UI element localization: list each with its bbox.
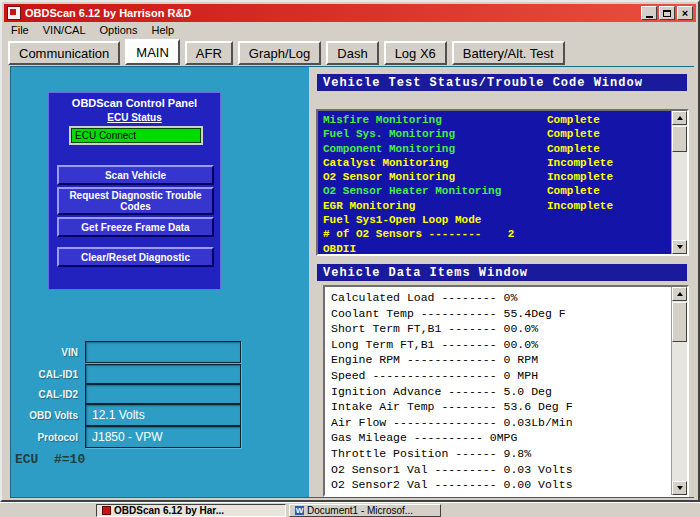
monitor-name: O2 Sensor Heater Monitoring [323, 185, 547, 197]
monitor-name: Fuel Sys1-Open Loop Mode [323, 214, 547, 226]
cal-id1-label: CAL-ID1 [11, 369, 85, 380]
test-status-listbox: Misfire MonitoringCompleteFuel Sys. Moni… [316, 109, 689, 256]
cal-id2-field[interactable] [85, 384, 241, 404]
scroll-up-button[interactable] [672, 111, 687, 125]
data-items-listbox: Calculated Load -------- 0%Coolant Temp … [323, 285, 689, 497]
arrow-up-icon [677, 292, 683, 296]
data-item-row[interactable]: Engine RPM ------------- 0 RPM [331, 353, 671, 369]
data-item-row[interactable]: Coolant Temp ----------- 55.4Deg F [331, 307, 671, 323]
scrollbar-thumb[interactable] [672, 302, 687, 342]
tab-afr[interactable]: AFR [185, 41, 233, 65]
data-items-window-title: Vehicle Data Items Window [317, 264, 687, 281]
tab-main[interactable]: MAIN [125, 39, 180, 65]
taskbar-button-label: Document1 - Microsof... [307, 505, 413, 516]
data-item-row[interactable]: Intake Air Temp -------- 53.6 Deg F [331, 400, 671, 416]
test-status-row[interactable]: # of O2 Sensors -------- 2 [323, 228, 671, 242]
test-status-row[interactable]: O2 Sensor Heater MonitoringComplete [323, 185, 671, 199]
scrollbar-thumb[interactable] [672, 126, 687, 152]
close-icon: × [682, 8, 688, 19]
test-status-scrollbar[interactable] [671, 111, 687, 254]
monitor-name: # of O2 Sensors -------- 2 [323, 228, 547, 240]
scroll-up-button[interactable] [672, 287, 687, 301]
tab-graph-log[interactable]: Graph/Log [238, 41, 321, 65]
test-status-row[interactable]: Catalyst MonitoringIncomplete [323, 157, 671, 171]
monitor-status: Incomplete [547, 157, 613, 169]
data-item-row[interactable]: Long Term FT,B1 -------- 00.0% [331, 338, 671, 354]
test-status-row[interactable]: Component MonitoringComplete [323, 143, 671, 157]
app-icon [7, 6, 21, 20]
title-bar: OBDScan 6.12 by Harrison R&D × [4, 4, 696, 22]
monitor-status: Complete [547, 128, 600, 140]
vin-field[interactable] [85, 341, 241, 363]
monitor-name: O2 Sensor Monitoring [323, 171, 547, 183]
menu-item-options[interactable]: Options [93, 24, 145, 36]
data-item-row[interactable]: O2 Sensor1 Val --------- 0.03 Volts [331, 463, 671, 479]
data-item-row[interactable]: Gas Mileage ---------- 0MPG [331, 431, 671, 447]
get-freeze-frame-data-button[interactable]: Get Freeze Frame Data [57, 217, 214, 237]
test-status-row[interactable]: Fuel Sys1-Open Loop Mode [323, 214, 671, 228]
maximize-button[interactable] [659, 6, 675, 20]
menu-item-file[interactable]: File [4, 24, 36, 36]
request-diagnostic-trouble-codes-button[interactable]: Request Diagnostic Trouble Codes [57, 187, 214, 215]
monitor-name: OBDII [323, 243, 547, 254]
test-status-window-title: Vehicle Test Status/Trouble Code Window [317, 74, 687, 91]
cal-id2-label: CAL-ID2 [11, 389, 85, 400]
test-status-row[interactable]: EGR MonitoringIncomplete [323, 200, 671, 214]
client-area: OBDScan Control Panel ECU Status ECU Con… [10, 66, 694, 498]
test-status-row[interactable]: Fuel Sys. MonitoringComplete [323, 128, 671, 142]
tab-log-x6[interactable]: Log X6 [384, 41, 447, 65]
monitor-name: Misfire Monitoring [323, 114, 547, 126]
data-item-row[interactable]: O2 Sensor2 Val --------- 0.00 Volts [331, 478, 671, 494]
clear-reset-diagnostic-button[interactable]: Clear/Reset Diagnostic [57, 247, 214, 267]
menu-item-help[interactable]: Help [144, 24, 181, 36]
obdscan-control-panel: OBDScan Control Panel ECU Status ECU Con… [48, 92, 221, 290]
scan-vehicle-button[interactable]: Scan Vehicle [57, 165, 214, 185]
monitor-status: Complete [547, 143, 600, 155]
taskbar: OBDScan 6.12 by Har...WDocument1 - Micro… [0, 502, 700, 517]
obdscan-icon [102, 506, 111, 515]
tab-communication[interactable]: Communication [8, 41, 120, 65]
obd-volts-field[interactable]: 12.1 Volts [85, 404, 241, 426]
word-icon: W [295, 506, 304, 515]
monitor-status: Incomplete [547, 200, 613, 212]
minimize-button[interactable] [641, 6, 657, 20]
menu-item-vin-cal[interactable]: VIN/CAL [36, 24, 93, 36]
arrow-down-icon [677, 245, 683, 249]
app-window: OBDScan 6.12 by Harrison R&D × FileVIN/C… [0, 0, 700, 502]
taskbar-button-obdscan-6-12-by-har[interactable]: OBDScan 6.12 by Har... [96, 504, 286, 517]
data-item-row[interactable]: Ignition Advance ------- 5.0 Deg [331, 385, 671, 401]
test-status-row[interactable]: OBDII [323, 243, 671, 254]
tab-battery-alt-test[interactable]: Battery/Alt. Test [452, 41, 565, 65]
scroll-down-button[interactable] [672, 240, 687, 254]
monitor-status: Complete [547, 114, 600, 126]
data-item-row[interactable]: Short Term FT,B1 ------- 00.0% [331, 322, 671, 338]
control-panel-title: OBDScan Control Panel [49, 97, 220, 109]
monitor-status: Complete [547, 185, 600, 197]
scroll-down-button[interactable] [672, 481, 687, 495]
cal-id1-field[interactable] [85, 364, 241, 384]
ecu-status-label: ECU Status [49, 112, 220, 123]
data-item-row[interactable]: Air Flow --------------- 0.03Lb/Min [331, 416, 671, 432]
window-title: OBDScan 6.12 by Harrison R&D [25, 7, 639, 19]
monitor-status: Incomplete [547, 171, 613, 183]
cal-id1-row: CAL-ID1 [11, 364, 241, 384]
data-items-list: Calculated Load -------- 0%Coolant Temp … [325, 287, 671, 495]
close-button[interactable]: × [677, 6, 693, 20]
taskbar-button-document1-microsof[interactable]: WDocument1 - Microsof... [289, 504, 441, 517]
cal-id2-row: CAL-ID2 [11, 384, 241, 404]
vin-label: VIN [11, 347, 85, 358]
protocol-field[interactable]: J1850 - VPW [85, 426, 241, 448]
tab-dash[interactable]: Dash [326, 41, 378, 65]
ecu-status-value: ECU Connect [71, 128, 201, 143]
ecu-number-text: ECU #=10 [15, 452, 85, 467]
taskbar-button-label: OBDScan 6.12 by Har... [114, 505, 224, 516]
vin-row: VIN [11, 341, 241, 363]
test-status-row[interactable]: O2 Sensor MonitoringIncomplete [323, 171, 671, 185]
monitor-name: Catalyst Monitoring [323, 157, 547, 169]
data-item-row[interactable]: Throttle Position ------ 9.8% [331, 447, 671, 463]
test-status-row[interactable]: Misfire MonitoringComplete [323, 114, 671, 128]
data-items-scrollbar[interactable] [671, 287, 687, 495]
data-item-row[interactable]: Calculated Load -------- 0% [331, 291, 671, 307]
data-item-row[interactable]: Speed ------------------ 0 MPH [331, 369, 671, 385]
monitor-name: Fuel Sys. Monitoring [323, 128, 547, 140]
